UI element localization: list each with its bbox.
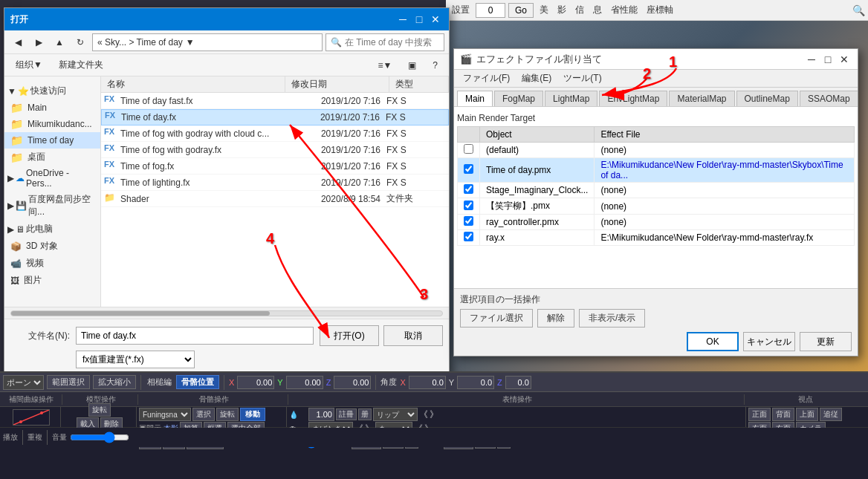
tab-ssaomap[interactable]: SSAOMap bbox=[800, 91, 858, 106]
lip-add-btn[interactable]: 册 bbox=[358, 408, 372, 420]
file-row[interactable]: 📁 Shader 2020/8/9 18:54 文件夹 bbox=[101, 191, 449, 207]
checkbox-cell[interactable] bbox=[458, 230, 480, 246]
x-value-input[interactable] bbox=[237, 376, 274, 389]
sidebar-item-video[interactable]: 📹 视频 bbox=[4, 255, 100, 272]
checkbox-cell[interactable] bbox=[458, 143, 480, 158]
top-view-btn[interactable]: 上面 bbox=[796, 408, 818, 421]
go-button[interactable]: Go bbox=[508, 3, 534, 18]
menu-file[interactable]: ファイル(F) bbox=[457, 71, 516, 86]
back-view-btn[interactable]: 背面 bbox=[772, 408, 794, 421]
filetype-select[interactable]: fx值重建置(*.fx) bbox=[76, 351, 195, 368]
sidebar-item-3d[interactable]: 📦 3D 对象 bbox=[4, 238, 100, 255]
ay-value-input[interactable] bbox=[457, 376, 494, 389]
tab-materialmap[interactable]: MaterialMap bbox=[669, 91, 734, 106]
update-button[interactable]: 更新 bbox=[800, 332, 852, 351]
row-checkbox[interactable] bbox=[464, 232, 473, 241]
file-row[interactable]: FX Time of day fast.fx 2019/1/20 7:16 FX… bbox=[101, 93, 449, 109]
file-row[interactable]: FX Time of fog.fx 2019/1/20 7:16 FX S bbox=[101, 158, 449, 175]
row-checkbox[interactable] bbox=[464, 216, 473, 226]
zoom-button[interactable]: 拡大縮小 bbox=[93, 375, 136, 389]
sidebar-item-desktop[interactable]: 📁 桌面 bbox=[4, 149, 100, 166]
onedrive-header[interactable]: ▶ ☁ OneDrive - Pers... bbox=[4, 166, 100, 191]
close-button[interactable]: ✕ bbox=[428, 12, 443, 27]
lip-dropdown[interactable]: リップ bbox=[373, 408, 418, 421]
search-input[interactable] bbox=[345, 37, 439, 48]
file-row[interactable]: FX Time of lighting.fx 2019/1/20 7:16 FX… bbox=[101, 175, 449, 191]
sidebar-item-mikumiku[interactable]: 📁 Mikumikudanc... bbox=[4, 116, 100, 132]
tab-envlightmap[interactable]: EnvLightMap bbox=[599, 91, 667, 106]
checkbox-cell[interactable] bbox=[458, 215, 480, 230]
col-type[interactable]: 类型 bbox=[389, 76, 449, 92]
effect-row[interactable]: ray_controller.pmx (none) bbox=[458, 215, 855, 230]
maximize-button[interactable]: □ bbox=[412, 12, 427, 27]
open-button[interactable]: 打开(O) bbox=[320, 325, 379, 346]
ok-button[interactable]: OK bbox=[687, 332, 739, 351]
rotate-button[interactable]: 旋転 bbox=[88, 403, 111, 417]
lip-prev-btn[interactable]: 《 bbox=[419, 408, 428, 421]
row-checkbox[interactable] bbox=[464, 201, 473, 210]
az-value-input[interactable] bbox=[505, 376, 531, 389]
select-button[interactable]: 選択 bbox=[192, 408, 215, 421]
settings-input[interactable] bbox=[476, 3, 505, 18]
effect-row[interactable]: (default) (none) bbox=[458, 143, 855, 158]
range-select-button[interactable]: 範囲選択 bbox=[47, 375, 90, 389]
sidebar-item-pics[interactable]: 🖼 图片 bbox=[4, 272, 100, 289]
checkbox-cell[interactable] bbox=[458, 198, 480, 215]
effect-maximize-button[interactable]: □ bbox=[820, 52, 835, 67]
checkbox-cell[interactable] bbox=[458, 158, 480, 183]
clear-button[interactable]: 解除 bbox=[537, 309, 574, 328]
file-row[interactable]: FX Time of fog with godray with cloud c.… bbox=[101, 126, 449, 142]
refresh-button[interactable]: ↻ bbox=[71, 33, 89, 51]
help-button[interactable]: ? bbox=[427, 58, 443, 73]
checkbox-cell[interactable] bbox=[458, 183, 480, 198]
file-row-selected[interactable]: FX Time of day.fx 2019/1/20 7:16 FX S bbox=[101, 109, 449, 126]
file-select-button[interactable]: ファイル選択 bbox=[460, 309, 533, 328]
view-button[interactable]: ≡▼ bbox=[372, 58, 397, 73]
breadcrumb-dropdown-icon[interactable]: ▼ bbox=[186, 37, 195, 48]
minimize-button[interactable]: ─ bbox=[395, 12, 410, 27]
bone-position-button[interactable]: 骨骼位置 bbox=[176, 375, 219, 389]
sound-slider[interactable] bbox=[70, 433, 129, 442]
row-checkbox[interactable] bbox=[464, 184, 473, 194]
cancel-button[interactable]: 取消 bbox=[383, 325, 443, 346]
row-checkbox[interactable] bbox=[464, 144, 473, 154]
lip-input[interactable] bbox=[308, 408, 334, 421]
pane-button[interactable]: ▣ bbox=[403, 58, 421, 73]
toggle-visible-button[interactable]: 非表示/表示 bbox=[579, 309, 645, 328]
bone-rotate-button[interactable]: 旋転 bbox=[216, 408, 239, 421]
up-button[interactable]: ▲ bbox=[51, 33, 68, 51]
quick-access-header[interactable]: ▼ ⭐ 快速访问 bbox=[4, 82, 100, 100]
filename-input[interactable] bbox=[76, 327, 314, 345]
horizontal-scrollbar[interactable] bbox=[10, 310, 443, 316]
lip-reg-btn[interactable]: 註冊 bbox=[336, 408, 357, 420]
sidebar-item-main[interactable]: 📁 Main bbox=[4, 100, 100, 116]
follow-btn[interactable]: 追従 bbox=[820, 408, 842, 421]
front-view-btn[interactable]: 正面 bbox=[748, 408, 771, 421]
back-button[interactable]: ◀ bbox=[9, 33, 27, 51]
effect-row-selected[interactable]: Time of day.pmx E:\Mikumikudance\New Fol… bbox=[458, 158, 855, 183]
search-box[interactable]: 🔍 bbox=[326, 33, 444, 51]
organize-button[interactable]: 组织▼ bbox=[10, 56, 48, 74]
col-name[interactable]: 名称 bbox=[101, 76, 285, 92]
menu-tools[interactable]: ツール(T) bbox=[557, 71, 607, 86]
search-icon[interactable]: 🔍 bbox=[852, 4, 865, 16]
effect-row[interactable]: 【笑宇柳】.pmx (none) bbox=[458, 198, 855, 215]
effect-minimize-button[interactable]: ─ bbox=[804, 52, 819, 67]
scroll-area[interactable] bbox=[4, 307, 449, 319]
effect-close-button[interactable]: ✕ bbox=[837, 52, 852, 67]
tab-lightmap[interactable]: LightMap bbox=[545, 91, 597, 106]
thispc-header[interactable]: ▶ 🖥 此电脑 bbox=[4, 221, 100, 238]
file-row[interactable]: FX Time of fog with godray.fx 2019/1/20 … bbox=[101, 142, 449, 158]
lip-next-btn[interactable]: 》 bbox=[430, 408, 438, 421]
dialog-cancel-button[interactable]: キャンセル bbox=[743, 332, 795, 351]
effect-row[interactable]: Stage_Imaginary_Clock... (none) bbox=[458, 183, 855, 198]
col-date[interactable]: 修改日期 bbox=[285, 76, 389, 92]
baidu-header[interactable]: ▶ 💾 百度网盘同步空间... bbox=[4, 191, 100, 221]
y-value-input[interactable] bbox=[286, 376, 323, 389]
tab-outlinemap[interactable]: OutlineMap bbox=[736, 91, 798, 106]
tab-fogmap[interactable]: FogMap bbox=[494, 91, 543, 106]
row-checkbox[interactable] bbox=[464, 164, 473, 174]
model-select[interactable]: Funingsna bbox=[139, 408, 191, 421]
menu-edit[interactable]: 編集(E) bbox=[516, 71, 557, 86]
bone-dropdown[interactable]: ポーン bbox=[3, 375, 44, 390]
